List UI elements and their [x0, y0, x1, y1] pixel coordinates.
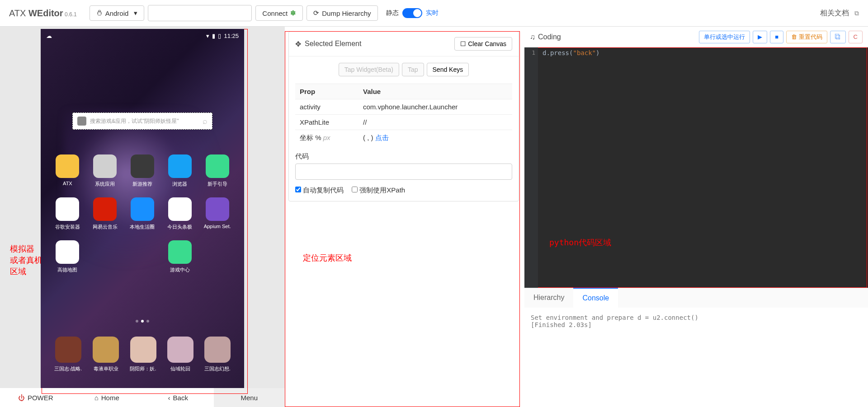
app-8[interactable]: 今日头条极 — [161, 197, 198, 230]
app-label: 毒液单职业 — [94, 365, 118, 372]
connect-button[interactable]: Connect ✽ — [255, 5, 303, 21]
dump-hierarchy-button[interactable]: ⟳ Dump Hierarchy — [307, 5, 377, 21]
annotation-editor: python代码区域 — [549, 237, 611, 248]
app-dock-4[interactable]: 三国志幻想. — [204, 337, 231, 372]
tap-button[interactable]: Tap — [402, 63, 424, 76]
static-label: 静态 — [386, 9, 399, 17]
tap-widget-button[interactable]: Tap Widget(Beta) — [339, 63, 399, 76]
signal-icon: ▮ — [212, 33, 215, 39]
back-button[interactable]: ‹Back — [142, 388, 214, 407]
app-icon — [168, 154, 192, 178]
app-7[interactable]: 本地生活圈 — [124, 197, 161, 230]
android-icon — [96, 10, 103, 16]
app-dock-1[interactable]: 毒液单职业 — [93, 337, 119, 372]
stop-icon: ■ — [775, 33, 778, 40]
status-right: ▾ ▮ ▯ 11:25 — [206, 33, 239, 39]
power-button[interactable]: ⏻POWER — [0, 388, 71, 407]
checks: 自动复制代码 强制使用XPath — [295, 186, 512, 195]
app-10[interactable]: 高德地图 — [49, 240, 86, 273]
play-button[interactable]: ▶ — [753, 31, 767, 43]
notif-icon: ☁ — [46, 33, 52, 39]
refresh-icon: ⟳ — [313, 9, 319, 17]
caret-down-icon: ▾ — [134, 9, 137, 17]
tab-hierarchy[interactable]: Hierarchy — [524, 288, 573, 308]
coord-click-link[interactable]: 点击 — [375, 134, 389, 141]
copy-button[interactable]: ⿻ — [830, 31, 846, 43]
platform-dropdown[interactable]: Android ▾ — [90, 5, 145, 21]
back-label: Back — [173, 394, 188, 402]
app-4[interactable]: 新手引导 — [198, 154, 236, 187]
prop-table: PropValue activitycom.vphone.launcher.La… — [295, 84, 512, 146]
app-grid: ATX系统应用新游推荐浏览器新手引导谷歌安装器网易云音乐本地生活圈今日头条极Ap… — [41, 154, 244, 273]
app-label: 今日头条极 — [167, 224, 192, 230]
app-5[interactable]: 谷歌安装器 — [49, 197, 86, 230]
card-header: ✥ Selected Element ☐ Clear Canvas — [289, 32, 519, 56]
home-icon: ⌂ — [94, 394, 99, 402]
copy-icon: ⿻ — [835, 33, 841, 40]
run-selection-button[interactable]: 单行或选中运行 — [699, 31, 750, 43]
app-2[interactable]: 新游推荐 — [124, 154, 161, 187]
live-label: 实时 — [426, 9, 439, 17]
app-0[interactable]: ATX — [49, 154, 86, 187]
tab-console[interactable]: Console — [573, 288, 618, 308]
menu-label: Menu — [241, 394, 258, 402]
app-label: 三国志·战略. — [54, 365, 82, 372]
reset-code-button[interactable]: 🗑 重置代码 — [786, 31, 827, 43]
code-editor[interactable]: python代码区域 1 d.press("back") — [524, 47, 868, 288]
home-label: Home — [101, 394, 119, 402]
clear-canvas-button[interactable]: ☐ Clear Canvas — [454, 37, 512, 51]
annotation-mid: 定位元素区域 — [303, 253, 352, 263]
app-9[interactable]: Appium Set. — [198, 197, 236, 230]
app-6[interactable]: 网易云音乐 — [86, 197, 124, 230]
coding-panel: ♫ Coding 单行或选中运行 ▶ ■ 🗑 重置代码 ⿻ C python代码… — [524, 27, 868, 407]
phone-screen[interactable]: ☁ ▾ ▮ ▯ 11:25 搜索游戏&应用，试试"阴阳师妖怪屋" ⌕ ATX系统… — [41, 29, 244, 388]
launcher-search[interactable]: 搜索游戏&应用，试试"阴阳师妖怪屋" ⌕ — [72, 112, 212, 130]
crosshair-icon: ✥ — [295, 40, 301, 48]
app-dock-0[interactable]: 三国志·战略. — [54, 337, 82, 372]
search-placeholder: 搜索游戏&应用，试试"阴阳师妖怪屋" — [90, 117, 203, 125]
force-xpath-check[interactable]: 强制使用XPath — [352, 186, 405, 195]
card-body: Tap Widget(Beta) Tap Send Keys PropValue… — [289, 56, 519, 201]
docs-link[interactable]: 相关文档 — [820, 9, 849, 18]
device-controls: ⏻POWER ⌂Home ‹Back Menu — [0, 388, 285, 407]
app-label: 三国志幻想. — [204, 365, 231, 372]
code-input[interactable] — [295, 164, 512, 180]
code-label: 代码 — [295, 152, 512, 161]
auto-copy-check[interactable]: 自动复制代码 — [295, 186, 344, 195]
device-address-input[interactable] — [148, 5, 252, 21]
app-11[interactable]: 游戏中心 — [161, 240, 198, 273]
value-header: Value — [359, 84, 512, 99]
live-toggle[interactable] — [402, 8, 422, 18]
element-panel: 定位元素区域 ✥ Selected Element ☐ Clear Canvas… — [285, 27, 524, 407]
app-icon — [130, 337, 156, 363]
reload-button[interactable]: C — [849, 31, 863, 43]
value-cell: com.vphone.launcher.Launcher — [359, 99, 512, 115]
app-dock-2[interactable]: 阴阳师：妖. — [130, 337, 156, 372]
search-provider-icon — [77, 117, 86, 126]
external-link-icon: ⧉ — [854, 9, 859, 17]
main: 模拟器 或者真机 区域 ☁ ▾ ▮ ▯ 11:25 搜索游戏&应用，试试"阴阳师… — [0, 27, 868, 407]
menu-button[interactable]: Menu — [214, 388, 285, 407]
app-label: 仙域轮回 — [170, 365, 190, 372]
app-label: ATX — [63, 181, 72, 186]
selected-element-card: ✥ Selected Element ☐ Clear Canvas Tap Wi… — [288, 31, 519, 201]
app-1[interactable]: 系统应用 — [86, 154, 124, 187]
music-icon: ♫ — [530, 33, 535, 41]
power-icon: ⏻ — [18, 394, 25, 402]
app-3[interactable]: 浏览器 — [161, 154, 198, 187]
table-row: XPathLite// — [295, 115, 512, 130]
stop-button[interactable]: ■ — [770, 31, 783, 43]
app-label: Appium Set. — [204, 224, 231, 229]
home-button[interactable]: ⌂Home — [71, 388, 143, 407]
square-icon: ☐ — [460, 40, 466, 47]
app-icon — [56, 197, 79, 221]
status-time: 11:25 — [224, 33, 239, 39]
table-row: activitycom.vphone.launcher.Launcher — [295, 99, 512, 115]
app-dock-3[interactable]: 仙域轮回 — [167, 337, 193, 372]
play-icon: ▶ — [758, 33, 762, 40]
line-gutter: 1 — [524, 47, 538, 288]
app-icon — [168, 240, 192, 264]
brand-bold: WEditor — [28, 8, 63, 18]
brand-version: 0.6.1 — [63, 11, 77, 18]
send-keys-button[interactable]: Send Keys — [427, 63, 469, 76]
